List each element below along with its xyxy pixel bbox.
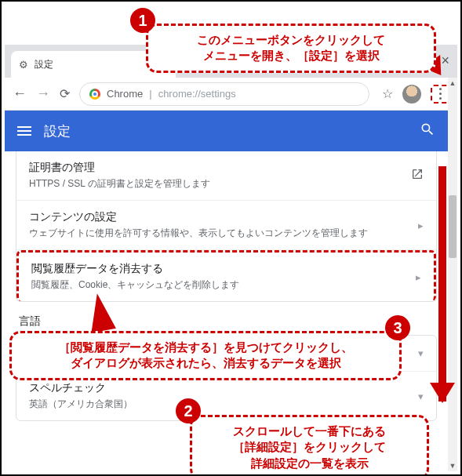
hamburger-icon[interactable]: [17, 126, 31, 136]
scroll-up-icon[interactable]: ▲: [448, 78, 457, 89]
external-link-icon: [411, 168, 424, 183]
row-manage-certificates[interactable]: 証明書の管理 HTTPS / SSL の証明書と設定を管理します: [16, 151, 436, 201]
row-title: スペルチェック: [29, 381, 418, 395]
row-subtitle: HTTPS / SSL の証明書と設定を管理します: [29, 177, 411, 191]
row-clear-browsing-data[interactable]: 閲覧履歴データを消去する 閲覧履歴、Cookie、キャッシュなどを削除します ▸: [16, 250, 436, 301]
section-label-language: 言語: [19, 314, 448, 329]
search-icon[interactable]: [420, 122, 435, 140]
address-site-label: Chrome: [107, 88, 143, 100]
forward-icon: →: [36, 85, 50, 102]
chevron-down-icon: ▾: [418, 391, 424, 402]
kebab-menu-icon[interactable]: [431, 85, 449, 104]
address-bar[interactable]: Chrome | chrome://settings: [79, 82, 369, 106]
chevron-right-icon: ▸: [416, 271, 421, 283]
badge-step-2: 2: [176, 398, 201, 423]
row-title: 証明書の管理: [29, 161, 411, 175]
scrollbar[interactable]: ▲ ▼: [448, 78, 457, 471]
privacy-card: 証明書の管理 HTTPS / SSL の証明書と設定を管理します コンテンツの設…: [16, 151, 437, 302]
reload-icon[interactable]: ⟳: [60, 86, 70, 101]
badge-step-3: 3: [385, 315, 410, 340]
callout-step-1: このメニューボタンをクリックしてメニューを開き、［設定］を選択: [146, 24, 436, 73]
chevron-right-icon: ▸: [418, 220, 424, 231]
star-icon[interactable]: ☆: [382, 86, 393, 101]
row-subtitle: 閲覧履歴、Cookie、キャッシュなどを削除します: [31, 278, 416, 292]
browser-toolbar: ← → ⟳ Chrome | chrome://settings ☆: [5, 78, 457, 111]
callout-step-2: スクロールして一番下にある［詳細設定］をクリックして詳細設定の一覧を表示: [190, 415, 429, 476]
callout-step-3: ［閲覧履歴データを消去する］を見つけてクリックし、ダイアログが表示されたら、消去…: [9, 331, 402, 380]
row-subtitle: 英語（アメリカ合衆国）: [29, 398, 418, 411]
settings-header: 設定: [5, 111, 448, 151]
gear-icon: ⚙: [19, 59, 28, 71]
row-title: 閲覧履歴データを消去する: [31, 262, 416, 276]
back-icon[interactable]: ←: [13, 85, 27, 102]
avatar[interactable]: [402, 85, 421, 104]
tab-title: 設定: [35, 58, 53, 71]
row-title: コンテンツの設定: [29, 210, 418, 224]
row-content-settings[interactable]: コンテンツの設定 ウェブサイトに使用を許可する情報や、表示してもよいコンテンツを…: [16, 201, 436, 250]
scroll-thumb[interactable]: [449, 195, 457, 258]
address-url: chrome://settings: [158, 88, 236, 100]
chrome-icon: [89, 89, 100, 100]
scroll-down-icon[interactable]: ▼: [448, 460, 457, 471]
address-divider: |: [149, 88, 151, 100]
badge-step-1: 1: [130, 8, 155, 33]
row-subtitle: ウェブサイトに使用を許可する情報や、表示してもよいコンテンツを管理します: [29, 227, 418, 240]
chevron-down-icon: ▾: [418, 347, 424, 359]
scroll-down-arrow: [438, 166, 446, 402]
page-title: 設定: [44, 122, 420, 140]
